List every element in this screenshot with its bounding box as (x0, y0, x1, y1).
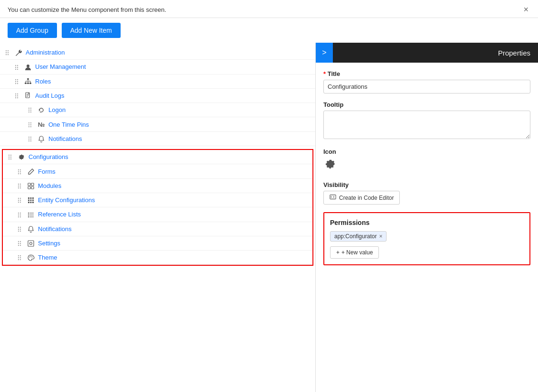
icon-display[interactable] (323, 158, 530, 174)
item-reference-lists[interactable]: Reference Lists (3, 207, 312, 222)
bell-icon (27, 225, 35, 233)
group-configurations-highlighted: Configurations Forms Mod (2, 149, 313, 266)
permissions-label: Permissions (330, 219, 524, 226)
item-logon[interactable]: Logon (0, 103, 315, 117)
svg-rect-99 (28, 213, 29, 214)
item-label-modules: Modules (38, 182, 309, 189)
info-text: You can customize the Menu component fro… (8, 6, 166, 13)
svg-point-65 (20, 171, 21, 172)
create-in-code-editor-label: Create in Code Editor (339, 195, 394, 201)
svg-point-31 (17, 95, 18, 96)
item-label-logon: Logon (48, 106, 311, 113)
grid2-icon (27, 196, 35, 204)
title-input[interactable] (323, 80, 530, 93)
item-label-entity-configurations: Entity Configurations (38, 196, 309, 204)
tooltip-textarea[interactable] (323, 111, 530, 139)
toolbar: Add Group Add New Item (0, 18, 538, 43)
item-audit-logs[interactable]: Audit Logs (0, 89, 315, 103)
svg-rect-89 (32, 200, 34, 201)
item-label-one-time-pins: One Time Pins (48, 121, 311, 128)
svg-point-68 (18, 184, 19, 185)
svg-point-109 (18, 231, 19, 232)
properties-title: Properties (333, 49, 538, 57)
hierarchy-icon (24, 77, 32, 85)
svg-rect-100 (28, 215, 29, 215)
svg-rect-104 (29, 216, 34, 217)
svg-point-60 (9, 159, 9, 159)
close-button[interactable]: × (521, 5, 530, 15)
item-label-forms: Forms (38, 168, 309, 175)
undo-icon (37, 106, 46, 114)
svg-point-56 (9, 155, 9, 156)
main-content: Administration User Management (0, 43, 538, 392)
item-notifications[interactable]: Notifications (3, 222, 312, 236)
svg-point-46 (28, 124, 29, 125)
create-in-code-editor-button[interactable]: Create in Code Editor (323, 191, 400, 205)
svg-rect-101 (28, 216, 29, 217)
svg-point-98 (20, 216, 21, 217)
svg-point-12 (27, 65, 29, 67)
gear-icon (17, 153, 26, 161)
item-modules[interactable]: Modules (3, 179, 312, 193)
item-roles[interactable]: Roles (0, 75, 315, 89)
palette-icon (27, 253, 35, 261)
svg-point-51 (30, 137, 31, 138)
svg-point-55 (30, 140, 31, 141)
svg-point-80 (18, 200, 19, 201)
drag-handle-icon (27, 120, 34, 128)
grid-icon (27, 182, 35, 190)
svg-point-13 (15, 79, 16, 80)
number-icon: № (37, 121, 46, 128)
item-notifications-audit[interactable]: Notifications (0, 132, 315, 146)
wrench-icon (14, 48, 23, 56)
svg-rect-117 (28, 241, 34, 246)
svg-point-43 (30, 112, 31, 112)
svg-point-53 (30, 139, 31, 140)
settings-box-icon (27, 239, 35, 247)
svg-point-50 (28, 137, 29, 138)
left-panel: Administration User Management (0, 43, 316, 392)
svg-point-122 (20, 257, 21, 258)
svg-point-78 (18, 198, 19, 199)
add-new-item-button[interactable]: Add New Item (62, 23, 121, 38)
svg-point-28 (15, 93, 16, 94)
top-bar: You can customize the Menu component fro… (0, 0, 538, 18)
new-value-label: + New value (341, 249, 373, 256)
drag-handle-icon (16, 167, 24, 175)
new-value-button[interactable]: + + New value (330, 246, 379, 259)
title-label: Title (323, 70, 530, 77)
svg-point-57 (10, 155, 11, 156)
svg-point-49 (30, 126, 31, 127)
svg-rect-20 (25, 83, 27, 84)
visibility-field-group: Visibility Create in Code Editor (323, 181, 530, 205)
item-theme[interactable]: Theme (3, 251, 312, 265)
svg-rect-103 (29, 215, 34, 215)
group-label-configurations: Configurations (28, 153, 309, 160)
item-settings[interactable]: Settings (3, 236, 312, 251)
svg-point-33 (17, 97, 18, 98)
svg-point-58 (9, 157, 9, 158)
svg-rect-87 (28, 200, 29, 201)
svg-rect-36 (27, 95, 28, 96)
group-label-administration: Administration (26, 49, 311, 56)
svg-point-44 (28, 122, 29, 123)
drag-handle-icon (27, 135, 34, 143)
svg-point-81 (20, 200, 21, 201)
add-group-button[interactable]: Add Group (8, 23, 57, 38)
item-entity-configurations[interactable]: Entity Configurations (3, 193, 312, 207)
group-item-configurations[interactable]: Configurations (3, 150, 312, 164)
item-user-management[interactable]: User Management (0, 60, 315, 74)
collapse-button[interactable]: > (316, 43, 333, 63)
item-one-time-pins[interactable]: № One Time Pins (0, 117, 315, 131)
permission-tag-remove[interactable]: × (379, 233, 382, 240)
group-item-administration[interactable]: Administration (0, 46, 315, 60)
item-forms[interactable]: Forms (3, 164, 312, 178)
svg-point-11 (17, 68, 18, 69)
item-label-user-management: User Management (35, 63, 311, 70)
svg-point-40 (28, 110, 29, 111)
drag-handle-icon (16, 182, 24, 190)
drag-handle-icon (16, 225, 24, 233)
svg-point-52 (28, 139, 29, 140)
svg-rect-84 (28, 197, 29, 199)
svg-point-108 (20, 229, 21, 230)
